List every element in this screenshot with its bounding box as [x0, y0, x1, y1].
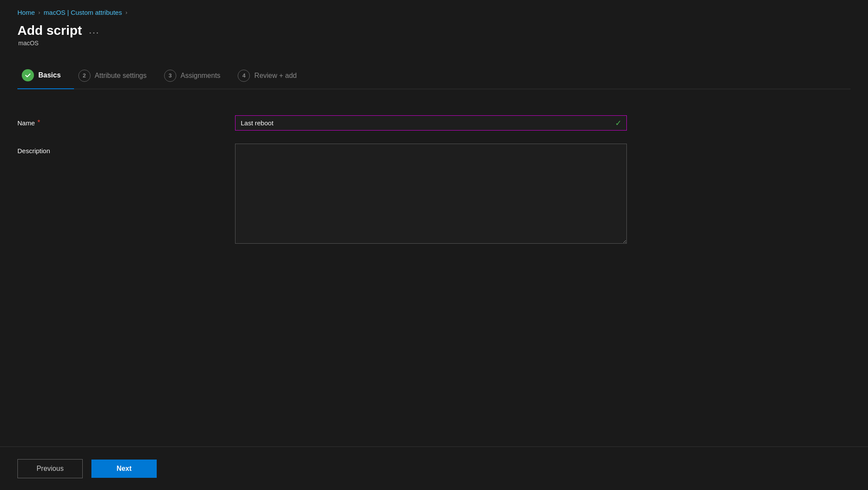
steps-navigation: Basics 2 Attribute settings 3 Assignment… — [17, 64, 851, 89]
step-basics-label: Basics — [38, 71, 61, 79]
step-attribute-settings-label: Attribute settings — [95, 72, 147, 80]
step-assignments-circle: 3 — [164, 70, 176, 82]
page-subtitle: macOS — [18, 40, 851, 47]
step-assignments-label: Assignments — [181, 72, 221, 80]
ellipsis-menu[interactable]: ... — [89, 25, 99, 36]
breadcrumb-section[interactable]: macOS | Custom attributes — [44, 9, 122, 16]
previous-button[interactable]: Previous — [17, 459, 83, 478]
page-header: Add script ... macOS — [17, 23, 851, 47]
step-attribute-settings[interactable]: 2 Attribute settings — [74, 64, 160, 89]
name-input-wrapper: ✓ — [235, 115, 627, 131]
step-assignments[interactable]: 3 Assignments — [160, 64, 234, 89]
step-review-add-circle: 4 — [238, 70, 250, 82]
description-input[interactable] — [235, 144, 627, 244]
bottom-bar: Previous Next — [0, 446, 868, 490]
step-basics[interactable]: Basics — [17, 64, 74, 89]
page-title: Add script — [17, 23, 82, 38]
breadcrumb: Home › macOS | Custom attributes › — [17, 9, 851, 16]
breadcrumb-home[interactable]: Home — [17, 9, 35, 16]
step-basics-circle — [22, 69, 34, 81]
name-field-row: Name * ✓ — [17, 115, 851, 131]
description-label: Description — [17, 144, 218, 154]
breadcrumb-sep-2: › — [125, 9, 127, 16]
step-review-add[interactable]: 4 Review + add — [233, 64, 310, 89]
description-field-row: Description — [17, 144, 851, 244]
name-label: Name * — [17, 115, 218, 127]
required-star: * — [37, 119, 40, 127]
step-review-add-label: Review + add — [254, 72, 296, 80]
name-input[interactable] — [235, 115, 627, 131]
form-content: Name * ✓ Description — [17, 107, 851, 481]
breadcrumb-sep-1: › — [38, 9, 40, 16]
next-button[interactable]: Next — [91, 460, 157, 478]
name-valid-icon: ✓ — [615, 118, 622, 128]
step-attribute-settings-circle: 2 — [78, 70, 91, 82]
